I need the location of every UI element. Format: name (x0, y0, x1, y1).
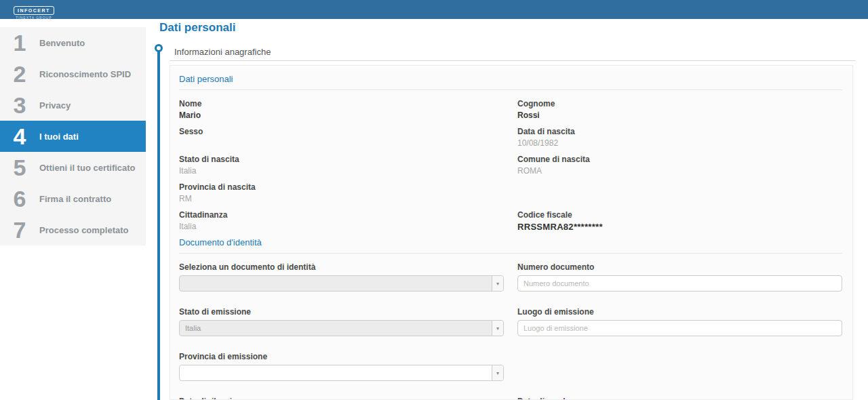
field-empty (517, 182, 842, 204)
numero-documento-input[interactable] (517, 275, 842, 292)
field-value: RM (179, 194, 504, 204)
field-label: Codice fiscale (517, 210, 842, 220)
field-label: Cognome (517, 99, 842, 108)
field-value: Mario (179, 111, 504, 121)
steps-sidebar: 1 Benvenuto 2 Riconoscimento SPID 3 Priv… (0, 27, 146, 245)
header-divider (170, 60, 856, 61)
step-number: 3 (8, 94, 31, 117)
sidebar-item-processo-completato[interactable]: 7 Processo completato (0, 214, 146, 245)
form-field-numero-documento: Numero documento (517, 262, 842, 292)
field-label: Stato di nascita (179, 155, 504, 164)
sidebar-item-i-tuoi-dati[interactable]: 4 I tuoi dati (0, 121, 146, 152)
document-form-grid: Seleziona un documento di identità ▾ Num… (179, 262, 842, 400)
field-cittadinanza: Cittadinanza Italia (179, 210, 504, 232)
provincia-emissione-select[interactable]: ▾ (179, 365, 504, 381)
step-number: 5 (8, 156, 31, 179)
field-label: Stato di emissione (179, 307, 504, 317)
select-value (180, 276, 492, 291)
step-number: 6 (8, 187, 31, 210)
select-value: Italia (180, 321, 492, 336)
field-value: Rossi (517, 111, 842, 121)
field-nome: Nome Mario (179, 99, 504, 121)
form-field-luogo-emissione: Luogo di emissione (517, 307, 842, 336)
field-stato-di-nascita: Stato di nascita Italia (179, 155, 504, 176)
chevron-down-icon: ▾ (492, 321, 503, 336)
timeline-dot-icon (155, 44, 163, 52)
infocert-logo: INFOCERT TINEXTA GROUP (14, 3, 54, 20)
section-title-documento-identita: Documento d'identità (179, 237, 842, 254)
field-label: Numero documento (517, 262, 842, 272)
sidebar-item-firma-contratto[interactable]: 6 Firma il contratto (0, 183, 146, 214)
field-value: RRSSMRA82******** (517, 222, 842, 232)
step-number: 7 (8, 218, 31, 241)
step-number: 2 (8, 62, 31, 85)
form-panel: Dati personali Nome Mario Cognome Rossi … (170, 65, 853, 400)
step-number: 1 (8, 31, 31, 54)
step-label: I tuoi dati (39, 132, 79, 142)
field-sesso: Sesso (179, 127, 504, 148)
field-provincia-di-nascita: Provincia di nascita RM (179, 182, 504, 204)
field-label: Provincia di emissione (179, 352, 504, 361)
form-field-stato-emissione: Stato di emissione Italia ▾ (179, 307, 504, 336)
top-bar: INFOCERT TINEXTA GROUP (0, 0, 868, 19)
step-label: Benvenuto (39, 38, 85, 48)
field-label: Sesso (179, 127, 504, 136)
step-label: Firma il contratto (39, 194, 111, 204)
field-label: Seleziona un documento di identità (179, 262, 504, 272)
form-field-empty (517, 352, 842, 381)
field-label: Data di scadenza (517, 397, 842, 400)
field-comune-di-nascita: Comune di nascita ROMA (517, 155, 842, 176)
field-label: Data di rilascio (179, 397, 504, 400)
step-label: Ottieni il tuo certificato (39, 163, 136, 173)
field-value (179, 138, 504, 148)
field-label: Provincia di nascita (179, 182, 504, 192)
field-data-di-nascita: Data di nascita 10/08/1982 (517, 127, 842, 148)
field-label: Cittadinanza (179, 210, 504, 220)
step-number: 4 (8, 125, 31, 148)
form-field-data-rilascio: Data di rilascio (179, 397, 504, 400)
field-cognome: Cognome Rossi (517, 99, 842, 121)
form-field-tipo-documento: Seleziona un documento di identità ▾ (179, 262, 504, 292)
field-label: Nome (179, 99, 504, 108)
step-label: Riconoscimento SPID (39, 69, 131, 79)
stato-emissione-select[interactable]: Italia ▾ (179, 320, 504, 336)
chevron-down-icon: ▾ (492, 276, 503, 291)
sidebar-item-benvenuto[interactable]: 1 Benvenuto (0, 27, 146, 58)
sidebar-item-ottieni-certificato[interactable]: 5 Ottieni il tuo certificato (0, 152, 146, 183)
infocert-logo-subtext: TINEXTA GROUP (14, 16, 54, 20)
form-field-provincia-emissione: Provincia di emissione ▾ (179, 352, 504, 381)
field-value: Italia (179, 166, 504, 176)
personal-data-grid: Nome Mario Cognome Rossi Sesso Data di n… (179, 99, 842, 232)
chevron-down-icon: ▾ (492, 365, 503, 380)
step-label: Privacy (39, 100, 71, 111)
sidebar-item-privacy[interactable]: 3 Privacy (0, 89, 146, 121)
field-label: Comune di nascita (517, 155, 842, 164)
timeline-section-label: Informazioni anagrafiche (174, 47, 271, 57)
field-value: 10/08/1982 (517, 138, 842, 148)
field-value: ROMA (517, 166, 842, 176)
documento-tipo-select[interactable]: ▾ (179, 275, 504, 292)
field-label: Luogo di emissione (517, 307, 842, 317)
sidebar-item-riconoscimento-spid[interactable]: 2 Riconoscimento SPID (0, 58, 146, 89)
field-value: Italia (179, 222, 504, 232)
timeline-line (157, 51, 160, 400)
page-title: Dati personali (159, 21, 235, 35)
field-label: Data di nascita (517, 127, 842, 136)
section-title-dati-personali: Dati personali (179, 74, 842, 90)
step-label: Processo completato (39, 225, 129, 235)
select-value (180, 365, 492, 380)
infocert-logo-text: INFOCERT (14, 6, 54, 15)
luogo-emissione-input[interactable] (517, 320, 842, 336)
field-codice-fiscale: Codice fiscale RRSSMRA82******** (517, 210, 842, 232)
form-field-data-scadenza: Data di scadenza (517, 397, 842, 400)
